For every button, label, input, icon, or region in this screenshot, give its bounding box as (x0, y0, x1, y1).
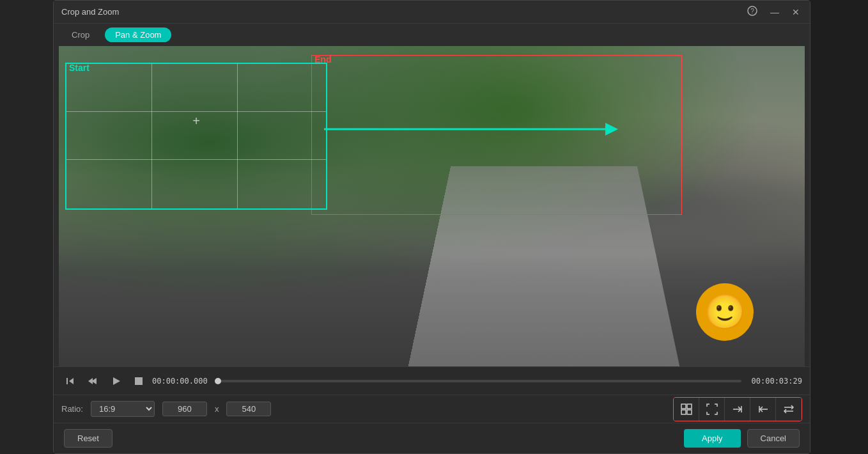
fit-all-button[interactable] (674, 398, 699, 421)
move-end-icon (732, 403, 743, 415)
play-button[interactable] (107, 375, 125, 387)
progress-indicator (215, 378, 221, 384)
action-bar: Reset Apply Cancel (54, 423, 810, 453)
svg-text:?: ? (750, 8, 754, 15)
close-button[interactable]: ✕ (789, 6, 802, 19)
svg-rect-7 (135, 377, 143, 385)
time-total: 00:00:03:29 (752, 377, 802, 386)
apply-button[interactable]: Apply (684, 429, 741, 448)
frame-back-button[interactable] (84, 375, 102, 387)
dialog-title: Crop and Zoom (61, 7, 119, 17)
width-input[interactable] (162, 402, 207, 416)
ratio-label: Ratio: (61, 404, 83, 414)
move-end-button[interactable] (725, 398, 750, 421)
close-icon: ✕ (792, 7, 800, 17)
tab-pan-zoom[interactable]: Pan & Zoom (105, 27, 171, 42)
fullscreen-icon (706, 403, 718, 415)
transform-button-group (673, 397, 802, 421)
minimize-icon: — (770, 7, 779, 17)
svg-rect-11 (687, 410, 692, 414)
fullscreen-button[interactable] (699, 398, 725, 421)
ratio-select[interactable]: 16:9 4:3 1:1 9:16 Custom (91, 401, 155, 417)
playback-controls: 00:00:00.000 00:00:03:29 (54, 366, 810, 395)
title-bar: Crop and Zoom ? — ✕ (54, 1, 810, 24)
ratio-separator: x (215, 404, 219, 414)
step-back-icon (65, 376, 75, 386)
road-overlay (404, 166, 684, 366)
svg-marker-6 (113, 377, 120, 385)
svg-rect-8 (681, 404, 686, 409)
svg-rect-9 (687, 404, 692, 409)
tab-crop[interactable]: Crop (61, 27, 100, 42)
move-start-icon (757, 403, 769, 415)
help-icon: ? (747, 6, 757, 16)
svg-marker-3 (69, 378, 74, 384)
minimize-button[interactable]: — (768, 6, 782, 19)
play-icon (111, 376, 121, 386)
svg-rect-2 (66, 378, 68, 384)
svg-marker-5 (88, 378, 93, 384)
video-area: End Start + 🙂 (59, 46, 805, 366)
progress-bar[interactable] (218, 380, 741, 382)
move-start-button[interactable] (750, 398, 776, 421)
emoji-sticker: 🙂 (696, 283, 754, 341)
title-bar-controls: ? — ✕ (745, 4, 802, 19)
crop-zoom-dialog: Crop and Zoom ? — ✕ Crop Pan & Zoom (53, 0, 810, 454)
ratio-bar: Ratio: 16:9 4:3 1:1 9:16 Custom x (54, 395, 810, 423)
swap-icon (783, 403, 794, 415)
svg-rect-10 (681, 410, 686, 414)
swap-button[interactable] (776, 398, 802, 421)
tab-bar: Crop Pan & Zoom (54, 24, 810, 46)
frame-back-icon (88, 376, 98, 386)
fit-all-icon (681, 403, 692, 415)
stop-button[interactable] (130, 375, 147, 387)
help-button[interactable]: ? (745, 4, 760, 19)
cancel-button[interactable]: Cancel (747, 429, 800, 448)
title-bar-left: Crop and Zoom (61, 7, 119, 17)
time-current: 00:00:00.000 (152, 377, 208, 386)
left-sidebar (0, 0, 53, 454)
height-input[interactable] (226, 402, 271, 416)
reset-button[interactable]: Reset (64, 429, 112, 448)
action-buttons-right: Apply Cancel (684, 429, 800, 448)
step-back-button[interactable] (61, 375, 79, 387)
stop-icon (134, 377, 143, 386)
